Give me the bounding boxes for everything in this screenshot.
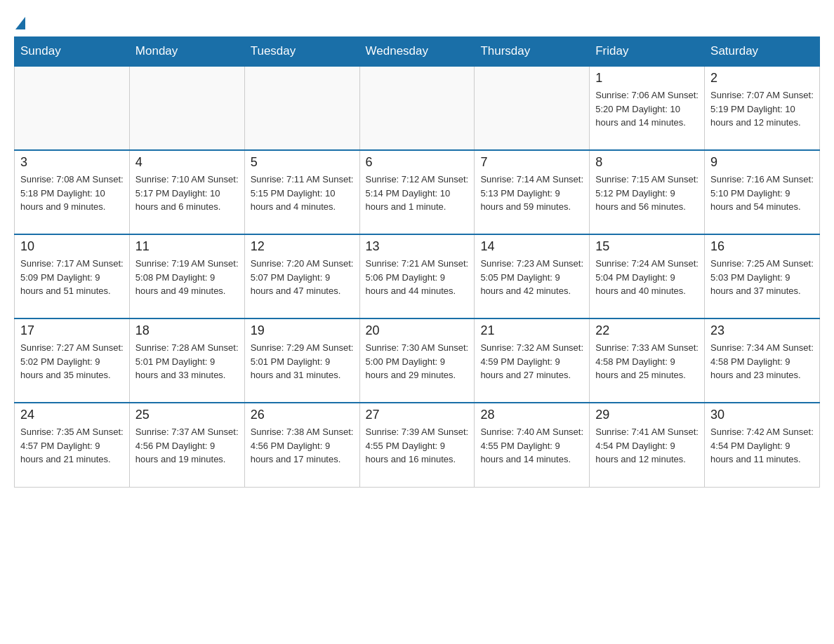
calendar-cell: 3Sunrise: 7:08 AM Sunset: 5:18 PM Daylig… (15, 150, 130, 234)
calendar-cell: 21Sunrise: 7:32 AM Sunset: 4:59 PM Dayli… (475, 318, 590, 403)
calendar-cell (359, 66, 475, 150)
day-header-saturday: Saturday (705, 37, 820, 67)
day-number: 14 (480, 239, 583, 254)
day-info: Sunrise: 7:20 AM Sunset: 5:07 PM Dayligh… (251, 257, 354, 298)
day-number: 18 (135, 323, 239, 338)
day-header-thursday: Thursday (475, 37, 590, 67)
day-number: 9 (710, 155, 814, 170)
day-info: Sunrise: 7:25 AM Sunset: 5:03 PM Dayligh… (710, 257, 814, 298)
calendar-cell: 30Sunrise: 7:42 AM Sunset: 4:54 PM Dayli… (705, 403, 820, 487)
day-info: Sunrise: 7:33 AM Sunset: 4:58 PM Dayligh… (595, 341, 699, 382)
calendar-cell: 26Sunrise: 7:38 AM Sunset: 4:56 PM Dayli… (244, 403, 359, 487)
calendar-cell: 7Sunrise: 7:14 AM Sunset: 5:13 PM Daylig… (475, 150, 590, 234)
calendar-cell (475, 66, 590, 150)
calendar-cell (129, 66, 244, 150)
day-number: 8 (595, 155, 699, 170)
day-number: 10 (20, 239, 124, 254)
day-number: 11 (135, 239, 239, 254)
calendar-cell: 17Sunrise: 7:27 AM Sunset: 5:02 PM Dayli… (15, 318, 130, 403)
day-info: Sunrise: 7:42 AM Sunset: 4:54 PM Dayligh… (710, 425, 814, 467)
day-info: Sunrise: 7:24 AM Sunset: 5:04 PM Dayligh… (595, 257, 699, 298)
calendar-week-row: 10Sunrise: 7:17 AM Sunset: 5:09 PM Dayli… (15, 234, 820, 318)
calendar-week-row: 17Sunrise: 7:27 AM Sunset: 5:02 PM Dayli… (15, 318, 820, 403)
calendar-cell: 4Sunrise: 7:10 AM Sunset: 5:17 PM Daylig… (129, 150, 244, 234)
day-number: 28 (480, 408, 583, 422)
day-number: 2 (710, 71, 814, 86)
day-header-tuesday: Tuesday (244, 37, 359, 67)
day-number: 19 (251, 323, 354, 338)
day-number: 13 (366, 239, 469, 254)
calendar-table: SundayMondayTuesdayWednesdayThursdayFrid… (14, 36, 820, 488)
day-number: 6 (366, 155, 469, 170)
day-info: Sunrise: 7:27 AM Sunset: 5:02 PM Dayligh… (20, 341, 124, 382)
day-number: 22 (595, 323, 699, 338)
day-info: Sunrise: 7:23 AM Sunset: 5:05 PM Dayligh… (480, 257, 583, 298)
day-info: Sunrise: 7:39 AM Sunset: 4:55 PM Dayligh… (366, 425, 469, 467)
day-info: Sunrise: 7:35 AM Sunset: 4:57 PM Dayligh… (20, 425, 124, 467)
day-info: Sunrise: 7:16 AM Sunset: 5:10 PM Dayligh… (710, 173, 814, 214)
calendar-week-row: 24Sunrise: 7:35 AM Sunset: 4:57 PM Dayli… (15, 403, 820, 487)
day-info: Sunrise: 7:37 AM Sunset: 4:56 PM Dayligh… (135, 425, 239, 467)
calendar-cell: 11Sunrise: 7:19 AM Sunset: 5:08 PM Dayli… (129, 234, 244, 318)
calendar-cell: 23Sunrise: 7:34 AM Sunset: 4:58 PM Dayli… (705, 318, 820, 403)
day-info: Sunrise: 7:29 AM Sunset: 5:01 PM Dayligh… (251, 341, 354, 382)
calendar-cell: 22Sunrise: 7:33 AM Sunset: 4:58 PM Dayli… (590, 318, 705, 403)
calendar-cell: 12Sunrise: 7:20 AM Sunset: 5:07 PM Dayli… (244, 234, 359, 318)
calendar-week-row: 1Sunrise: 7:06 AM Sunset: 5:20 PM Daylig… (15, 66, 820, 150)
calendar-cell: 13Sunrise: 7:21 AM Sunset: 5:06 PM Dayli… (359, 234, 475, 318)
calendar-cell: 18Sunrise: 7:28 AM Sunset: 5:01 PM Dayli… (129, 318, 244, 403)
calendar-cell: 15Sunrise: 7:24 AM Sunset: 5:04 PM Dayli… (590, 234, 705, 318)
day-number: 25 (135, 408, 239, 422)
day-info: Sunrise: 7:10 AM Sunset: 5:17 PM Dayligh… (135, 173, 239, 214)
day-header-monday: Monday (129, 37, 244, 67)
day-info: Sunrise: 7:40 AM Sunset: 4:55 PM Dayligh… (480, 425, 583, 467)
day-info: Sunrise: 7:08 AM Sunset: 5:18 PM Dayligh… (20, 173, 124, 214)
day-number: 20 (366, 323, 469, 338)
calendar-cell: 20Sunrise: 7:30 AM Sunset: 5:00 PM Dayli… (359, 318, 475, 403)
day-info: Sunrise: 7:07 AM Sunset: 5:19 PM Dayligh… (710, 88, 814, 130)
day-info: Sunrise: 7:30 AM Sunset: 5:00 PM Dayligh… (366, 341, 469, 382)
day-number: 1 (595, 71, 699, 86)
day-number: 16 (710, 239, 814, 254)
calendar-cell: 14Sunrise: 7:23 AM Sunset: 5:05 PM Dayli… (475, 234, 590, 318)
calendar-cell: 19Sunrise: 7:29 AM Sunset: 5:01 PM Dayli… (244, 318, 359, 403)
calendar-cell: 24Sunrise: 7:35 AM Sunset: 4:57 PM Dayli… (15, 403, 130, 487)
day-info: Sunrise: 7:21 AM Sunset: 5:06 PM Dayligh… (366, 257, 469, 298)
calendar-cell (244, 66, 359, 150)
day-info: Sunrise: 7:41 AM Sunset: 4:54 PM Dayligh… (595, 425, 699, 467)
calendar-week-row: 3Sunrise: 7:08 AM Sunset: 5:18 PM Daylig… (15, 150, 820, 234)
calendar-cell: 10Sunrise: 7:17 AM Sunset: 5:09 PM Dayli… (15, 234, 130, 318)
day-number: 12 (251, 239, 354, 254)
day-header-friday: Friday (590, 37, 705, 67)
day-info: Sunrise: 7:34 AM Sunset: 4:58 PM Dayligh… (710, 341, 814, 382)
page-header (14, 14, 820, 29)
calendar-cell: 6Sunrise: 7:12 AM Sunset: 5:14 PM Daylig… (359, 150, 475, 234)
calendar-cell (15, 66, 130, 150)
day-number: 4 (135, 155, 239, 170)
day-number: 17 (20, 323, 124, 338)
day-number: 29 (595, 408, 699, 422)
calendar-header-row: SundayMondayTuesdayWednesdayThursdayFrid… (15, 37, 820, 67)
logo-triangle-icon (15, 17, 25, 29)
day-info: Sunrise: 7:28 AM Sunset: 5:01 PM Dayligh… (135, 341, 239, 382)
calendar-cell: 9Sunrise: 7:16 AM Sunset: 5:10 PM Daylig… (705, 150, 820, 234)
day-info: Sunrise: 7:06 AM Sunset: 5:20 PM Dayligh… (595, 88, 699, 130)
day-info: Sunrise: 7:15 AM Sunset: 5:12 PM Dayligh… (595, 173, 699, 214)
day-header-sunday: Sunday (15, 37, 130, 67)
day-number: 5 (251, 155, 354, 170)
calendar-cell: 8Sunrise: 7:15 AM Sunset: 5:12 PM Daylig… (590, 150, 705, 234)
day-info: Sunrise: 7:38 AM Sunset: 4:56 PM Dayligh… (251, 425, 354, 467)
calendar-cell: 1Sunrise: 7:06 AM Sunset: 5:20 PM Daylig… (590, 66, 705, 150)
day-info: Sunrise: 7:17 AM Sunset: 5:09 PM Dayligh… (20, 257, 124, 298)
calendar-cell: 16Sunrise: 7:25 AM Sunset: 5:03 PM Dayli… (705, 234, 820, 318)
day-number: 3 (20, 155, 124, 170)
day-info: Sunrise: 7:19 AM Sunset: 5:08 PM Dayligh… (135, 257, 239, 298)
day-info: Sunrise: 7:14 AM Sunset: 5:13 PM Dayligh… (480, 173, 583, 214)
day-number: 15 (595, 239, 699, 254)
day-number: 24 (20, 408, 124, 422)
day-number: 26 (251, 408, 354, 422)
calendar-cell: 27Sunrise: 7:39 AM Sunset: 4:55 PM Dayli… (359, 403, 475, 487)
calendar-cell: 28Sunrise: 7:40 AM Sunset: 4:55 PM Dayli… (475, 403, 590, 487)
day-number: 27 (366, 408, 469, 422)
day-info: Sunrise: 7:32 AM Sunset: 4:59 PM Dayligh… (480, 341, 583, 382)
